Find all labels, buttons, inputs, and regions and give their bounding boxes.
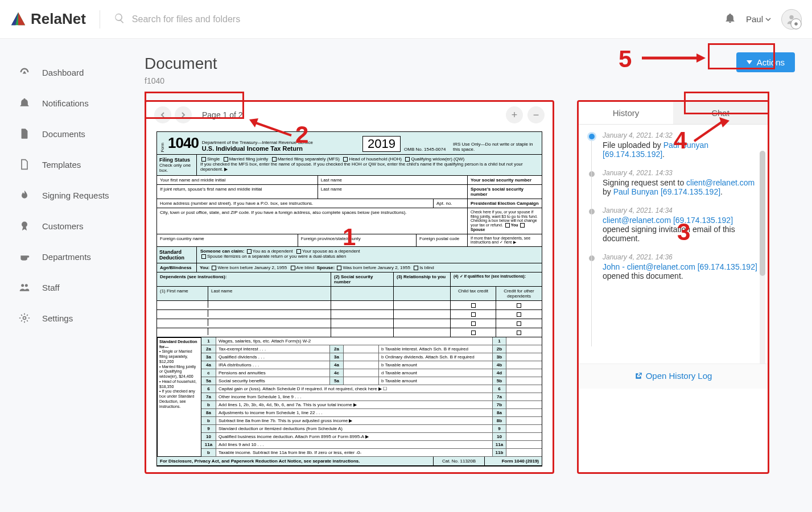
- open-history-log-link[interactable]: Open History Log: [634, 371, 712, 381]
- sidebar-item-dashboard[interactable]: Dashboard: [18, 57, 131, 88]
- timeline-dot: [589, 171, 595, 177]
- page-prev-button[interactable]: [154, 106, 171, 123]
- history-link[interactable]: Paul Bunyan: [663, 141, 708, 150]
- f-apt: Apt. no.: [434, 199, 468, 208]
- form-title: U.S. Individual Income Tax Return: [202, 145, 359, 152]
- user-menu[interactable]: Paul: [746, 14, 771, 24]
- history-link[interactable]: [69.174.135.192]: [698, 262, 757, 271]
- svg-marker-1: [18, 12, 25, 24]
- avatar[interactable]: [781, 9, 802, 30]
- someone-claim: Someone can claim:: [200, 249, 244, 254]
- age-spouse: Spouse:: [317, 265, 335, 270]
- history-link[interactable]: [69.174.135.192]: [661, 187, 720, 196]
- dep-label: Dependents (see instructions):: [157, 272, 331, 286]
- svg-point-9: [23, 317, 26, 320]
- sidebar-item-settings[interactable]: Settings: [18, 303, 131, 333]
- sidebar-item-staff[interactable]: Staff: [18, 272, 131, 303]
- viewer-toolbar: Page 1 of 2 + −: [146, 102, 553, 127]
- history-link[interactable]: [69.174.135.192]: [603, 150, 662, 159]
- history-footer: Open History Log: [579, 364, 768, 389]
- cat-no: Cat. No. 11320B: [434, 457, 485, 465]
- page-title: Document: [145, 55, 795, 73]
- svg-point-7: [21, 284, 24, 287]
- history-link[interactable]: client@relanet.com: [603, 216, 671, 225]
- logo[interactable]: RelaNet: [10, 10, 86, 28]
- f-fp: Foreign province/state/county: [298, 234, 417, 246]
- history-link[interactable]: Paul Bunyan: [613, 187, 658, 196]
- sidebar-item-notifications[interactable]: Notifications: [18, 88, 131, 118]
- scrollbar[interactable]: [760, 151, 765, 364]
- page-next-button[interactable]: [175, 106, 192, 123]
- form-1040-preview: Form 1040 Department of the Treasury—Int…: [156, 131, 542, 466]
- history-link[interactable]: [69.174.135.192]: [673, 216, 733, 225]
- income-line: 1Wages, salaries, tips, etc. Attach Form…: [201, 337, 542, 345]
- timeline-dot: [589, 134, 595, 139]
- sidebar-item-label: Signing Requests: [42, 191, 109, 200]
- history-item: January 4, 2021. 14:36John - client@rela…: [589, 253, 757, 280]
- is-blind: Is blind: [419, 265, 434, 270]
- sidebar-item-documents[interactable]: Documents: [18, 118, 131, 149]
- bell-icon[interactable]: [724, 12, 736, 27]
- tab-history[interactable]: History: [579, 102, 673, 125]
- you-dep: You as a dependent: [253, 249, 293, 254]
- income-line: bSubtract line 8a from line 7b. This is …: [201, 417, 542, 425]
- actions-button[interactable]: Actions: [736, 52, 795, 72]
- gear-icon: [18, 312, 31, 324]
- history-body: January 4, 2021. 14:32File uploaded by P…: [579, 125, 768, 364]
- history-panel: History Chat January 4, 2021. 14:32File …: [577, 100, 769, 474]
- deduction-sidebar: Standard Deduction for— • Single or Marr…: [157, 337, 201, 457]
- f-city: City, town or post office, state, and ZI…: [157, 208, 468, 234]
- sidebar-item-label: Staff: [42, 283, 60, 292]
- f-sfirst: If joint return, spouse's first name and…: [157, 185, 318, 199]
- income-line: 10Qualified business income deduction. A…: [201, 433, 542, 441]
- form-prefix: Form: [160, 143, 164, 152]
- f-last: Last name: [318, 176, 468, 184]
- award-icon: [18, 220, 31, 232]
- itemize: Spouse itemizes on a separate return or …: [207, 254, 346, 259]
- actions-label: Actions: [757, 57, 785, 67]
- bell-icon: [18, 97, 31, 109]
- history-link[interactable]: client@relanet.com: [686, 178, 755, 187]
- form-omb: OMB No. 1545-0074: [404, 147, 450, 152]
- search-input[interactable]: [132, 14, 360, 24]
- ded3: • Head of household, $18,350: [159, 379, 196, 389]
- born-before: Were born before January 2, 1955: [217, 265, 287, 270]
- sidebar-item-label: Dashboard: [42, 68, 84, 77]
- document-icon: [18, 127, 31, 140]
- user-name: Paul: [746, 14, 763, 24]
- opt-qw: Qualifying widow(er) (QW): [411, 156, 464, 162]
- zoom-out-button[interactable]: −: [527, 106, 545, 123]
- sidebar-item-templates[interactable]: Templates: [18, 149, 131, 180]
- opt-single: Single: [207, 156, 220, 162]
- zoom-in-button[interactable]: +: [506, 106, 523, 123]
- tab-chat[interactable]: Chat: [673, 102, 768, 125]
- sidebar-item-customers[interactable]: Customers: [18, 210, 131, 241]
- chevron-down-icon: [765, 16, 771, 22]
- page-subtitle: f1040: [145, 76, 795, 85]
- sidebar-item-departments[interactable]: Departments: [18, 241, 131, 272]
- svg-point-8: [25, 284, 28, 287]
- age-you: You:: [200, 265, 209, 270]
- f-fpc: Foreign postal code: [417, 234, 468, 246]
- history-item: January 4, 2021. 14:32File uploaded by P…: [589, 131, 757, 159]
- income-line: 2aTax-exempt interest . . .2ab Taxable i…: [201, 345, 542, 353]
- dep-rel: (3) Relationship to you: [394, 272, 451, 286]
- dep-qual: (4) ✓ if qualifies for (see instructions…: [454, 274, 526, 278]
- scrollbar-thumb[interactable]: [760, 151, 765, 276]
- svg-point-5: [794, 22, 798, 26]
- income-line: 5aSocial security benefits5ab Taxable am…: [201, 377, 542, 385]
- sidebar-item-label: Documents: [42, 129, 85, 139]
- f-slast: Last name: [318, 185, 468, 199]
- ded4: • If you checked any box under Standard …: [159, 389, 195, 408]
- sidebar-item-label: Settings: [42, 313, 73, 323]
- history-timestamp: January 4, 2021. 14:32: [603, 131, 757, 139]
- sidebar-item-signing[interactable]: Signing Requests: [18, 180, 131, 210]
- income-line: 6Capital gain or (loss). Attach Schedule…: [201, 385, 542, 393]
- disclosure: For Disclosure, Privacy Act, and Paperwo…: [157, 457, 434, 465]
- history-link[interactable]: John - client@relanet.com: [603, 262, 695, 271]
- income-line: 9Standard deduction or itemized deductio…: [201, 425, 542, 433]
- f-fc: Foreign country name: [157, 234, 298, 246]
- history-footer-label: Open History Log: [646, 371, 712, 381]
- search-icon: [114, 13, 125, 26]
- external-link-icon: [634, 372, 642, 380]
